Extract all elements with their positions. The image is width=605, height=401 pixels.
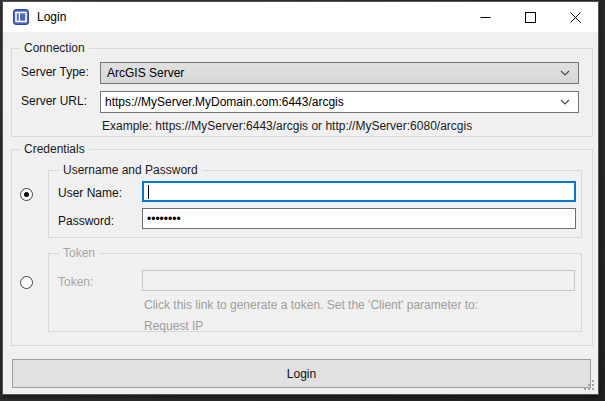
close-icon	[570, 12, 581, 23]
login-window: Login	[2, 1, 599, 395]
form-window-icon	[13, 9, 29, 25]
server-type-label: Server Type:	[21, 65, 89, 79]
chevron-down-icon	[560, 70, 570, 76]
chevron-down-icon	[560, 99, 570, 105]
titlebar[interactable]: Login	[3, 2, 598, 32]
server-url-example-text: Example: https://MyServer:6443/arcgis or…	[102, 119, 472, 133]
server-type-select[interactable]: ArcGIS Server	[100, 62, 579, 84]
token-group-label: Token	[59, 246, 99, 260]
password-input[interactable]	[143, 210, 575, 229]
window-title: Login	[37, 10, 66, 24]
username-input[interactable]	[144, 185, 574, 202]
token-input	[143, 272, 574, 291]
close-button[interactable]	[553, 2, 598, 32]
password-label: Password:	[58, 214, 114, 228]
username-password-radio[interactable]	[20, 188, 33, 201]
server-url-combobox[interactable]	[100, 91, 579, 113]
token-radio[interactable]	[20, 276, 33, 289]
login-button[interactable]: Login	[12, 359, 591, 388]
server-url-label: Server URL:	[21, 94, 87, 108]
credentials-group-label: Credentials	[20, 142, 89, 156]
token-hint-text: Click this link to generate a token. Set…	[144, 298, 478, 312]
username-field[interactable]	[142, 181, 576, 202]
username-label: User Name:	[58, 186, 122, 200]
minimize-icon	[480, 12, 491, 23]
token-groupbox: Token	[48, 253, 582, 332]
token-label: Token:	[58, 275, 93, 289]
minimize-button[interactable]	[463, 2, 508, 32]
server-type-value: ArcGIS Server	[107, 66, 184, 80]
server-url-input[interactable]	[101, 93, 560, 111]
token-field	[142, 270, 575, 291]
resize-grip[interactable]	[584, 380, 595, 391]
password-field[interactable]	[142, 208, 576, 229]
text-caret	[148, 185, 149, 199]
token-request-ip-link: Request IP	[144, 319, 203, 333]
window-controls	[463, 2, 598, 32]
connection-group-label: Connection	[20, 41, 89, 55]
maximize-button[interactable]	[508, 2, 553, 32]
maximize-icon	[525, 12, 536, 23]
desktop-background: Login	[0, 0, 605, 401]
username-password-group-label: Username and Password	[59, 163, 202, 177]
